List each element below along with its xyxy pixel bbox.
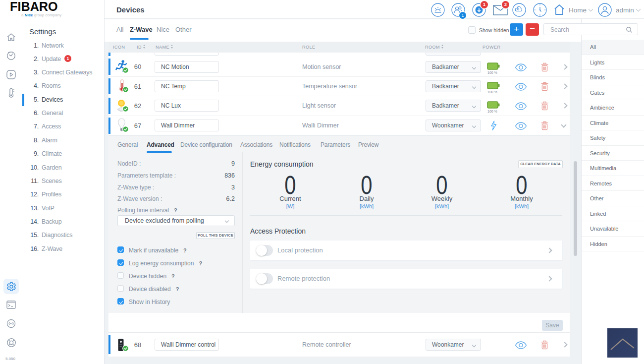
svg-text:100 %: 100 %: [487, 71, 497, 74]
svg-text:100 %: 100 %: [487, 90, 497, 94]
svg-text:100 %: 100 %: [487, 110, 497, 113]
